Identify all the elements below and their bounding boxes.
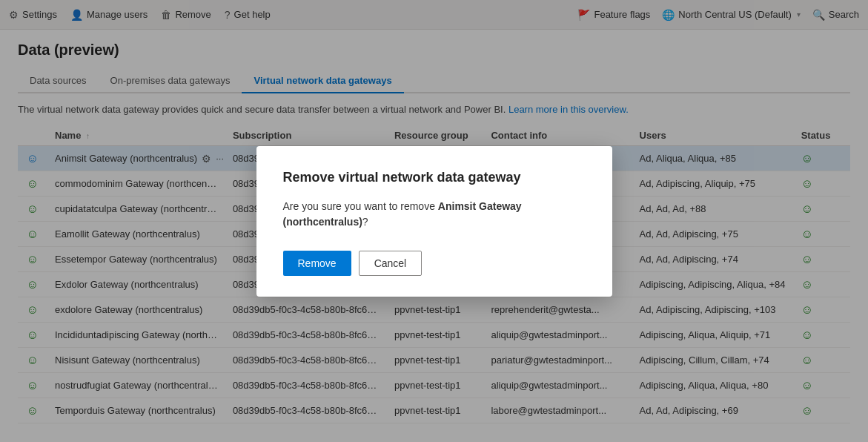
modal-body: Are you sure you want to remove Animsit … [283, 199, 586, 230]
modal-overlay: Remove virtual network data gateway Are … [0, 0, 868, 435]
modal-body-prefix: Are you sure you want to remove [283, 200, 435, 212]
modal-actions: Remove Cancel [283, 251, 586, 276]
modal-cancel-button[interactable]: Cancel [359, 251, 423, 276]
remove-gateway-modal: Remove virtual network data gateway Are … [256, 146, 612, 297]
modal-title: Remove virtual network data gateway [283, 170, 586, 185]
modal-remove-button[interactable]: Remove [283, 251, 351, 276]
modal-body-suffix: ? [362, 216, 368, 228]
